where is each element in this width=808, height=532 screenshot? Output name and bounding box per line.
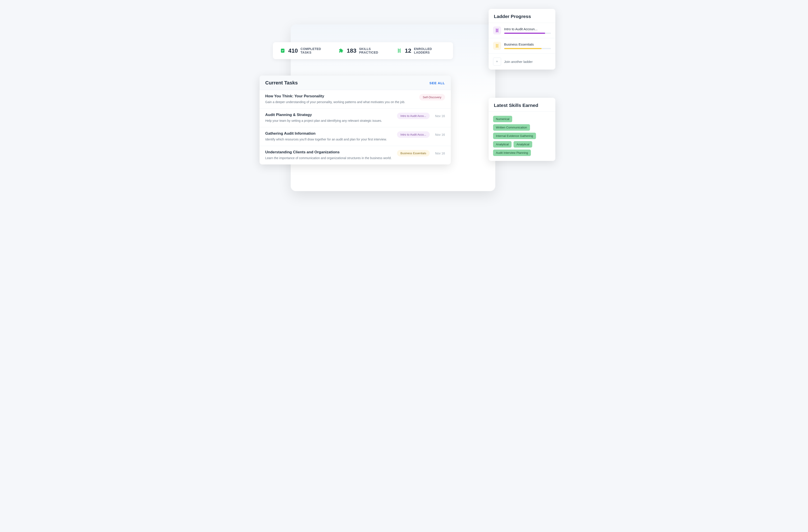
ladder-progress-heading: Ladder Progress — [489, 9, 555, 23]
stat-value: 12 — [405, 48, 411, 54]
skills-heading: Latest Skills Earned — [489, 98, 555, 112]
stat-completed-tasks: 410 COMPLETED TASKS — [280, 47, 330, 54]
task-category-pill: Business Essentials — [397, 150, 430, 156]
stat-label: COMPLETED TASKS — [300, 47, 330, 54]
join-ladder-button[interactable]: + Join another ladder — [489, 54, 555, 70]
progress-bar — [504, 48, 551, 49]
skill-tag: Audit Interview Planning — [493, 150, 531, 156]
ladder-item[interactable]: Intro to Audit Accoun... — [489, 23, 555, 38]
ladder-icon — [397, 48, 402, 54]
tasks-header: Current Tasks SEE ALL — [260, 76, 451, 90]
skill-tag: Analytical — [493, 141, 512, 148]
task-row[interactable]: Gathering Audit Information Identify whi… — [260, 127, 451, 146]
task-title: Understanding Clients and Organizations — [265, 150, 392, 154]
task-category-pill: Intro to Audit Acco... — [397, 131, 430, 138]
ladder-progress-card: Ladder Progress Intro to Audit Accoun...… — [489, 9, 555, 70]
ladder-icon — [493, 42, 501, 50]
clipboard-check-icon — [280, 48, 286, 54]
ladder-icon — [493, 26, 501, 35]
task-date: Nov 16 — [435, 114, 445, 118]
task-description: Gain a deeper understanding of your pers… — [265, 100, 415, 104]
task-category-pill: Intro to Audit Acco... — [397, 113, 430, 119]
tasks-heading: Current Tasks — [265, 80, 298, 86]
task-row[interactable]: How You Think: Your Personality Gain a d… — [260, 90, 451, 109]
join-ladder-label: Join another ladder — [504, 60, 533, 63]
stat-enrolled-ladders: 12 ENROLLED LADDERS — [397, 47, 446, 54]
ladder-name: Intro to Audit Accoun... — [504, 27, 551, 31]
skill-tag: Written Communication — [493, 124, 530, 131]
task-category-pill: Self-Discovery — [419, 94, 445, 100]
plus-icon: + — [493, 58, 501, 65]
progress-bar — [504, 33, 551, 34]
task-description: Help your team by setting a project plan… — [265, 118, 392, 123]
stat-label: ENROLLED LADDERS — [414, 47, 446, 54]
ladder-item[interactable]: Business Essentials — [489, 38, 555, 54]
task-title: Audit Planning & Strategy — [265, 113, 392, 117]
skill-tag: Internal Evidence Gathering — [493, 133, 536, 139]
stat-value: 183 — [347, 48, 356, 54]
task-row[interactable]: Understanding Clients and Organizations … — [260, 146, 451, 165]
puzzle-icon — [338, 48, 344, 54]
task-row[interactable]: Audit Planning & Strategy Help your team… — [260, 109, 451, 127]
current-tasks-card: Current Tasks SEE ALL How You Think: You… — [260, 76, 451, 165]
skill-tag: Numerical — [493, 116, 512, 122]
see-all-link[interactable]: SEE ALL — [429, 81, 445, 85]
stat-value: 410 — [288, 48, 298, 54]
task-title: Gathering Audit Information — [265, 131, 392, 136]
stat-skills-practiced: 183 SKILLS PRACTICED — [338, 47, 388, 54]
latest-skills-card: Latest Skills Earned NumericalWritten Co… — [489, 98, 555, 161]
task-description: Identify which resources you'll draw tog… — [265, 137, 392, 142]
task-date: Nov 16 — [435, 152, 445, 155]
skill-tag: Analytical — [514, 141, 532, 148]
stat-label: SKILLS PRACTICED — [359, 47, 388, 54]
task-description: Learn the importance of communication an… — [265, 156, 392, 160]
ladder-name: Business Essentials — [504, 42, 551, 46]
task-date: Nov 16 — [435, 133, 445, 136]
task-title: How You Think: Your Personality — [265, 94, 415, 98]
stats-bar: 410 COMPLETED TASKS 183 SKILLS PRACTICED… — [273, 42, 453, 59]
